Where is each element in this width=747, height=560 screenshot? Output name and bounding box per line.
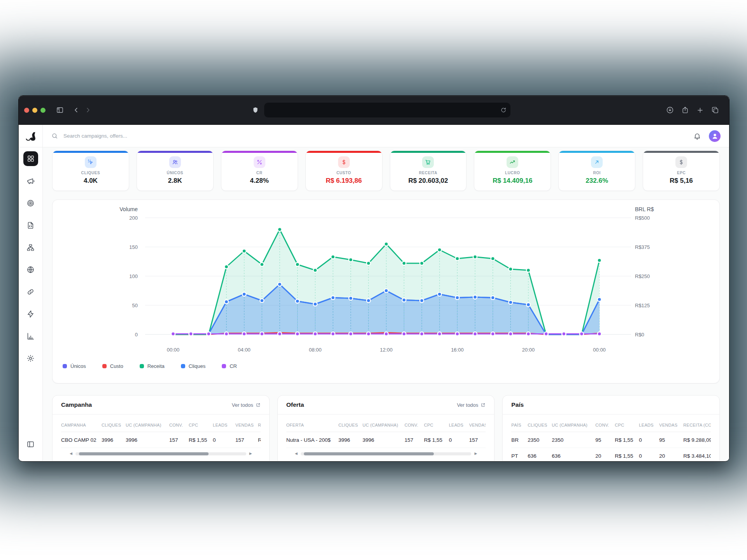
svg-text:00:00: 00:00 <box>167 347 180 353</box>
kpi-label: ÚNICOS <box>167 171 184 175</box>
kpi-value: 2.8K <box>168 177 182 185</box>
legend-item-cliques[interactable]: Cliques <box>181 363 205 369</box>
sidebar-item-dashboard[interactable] <box>23 151 38 166</box>
sitemap-icon <box>26 243 35 252</box>
kpi-label: EPC <box>677 171 686 175</box>
main-content: CLIQUES 4.0K ÚNICOS 2.8K CR 4.28% CUSTO … <box>43 147 729 461</box>
scrollbar-track[interactable] <box>301 452 472 455</box>
users-icon <box>172 159 178 165</box>
column-header: R <box>258 423 261 427</box>
legend-item-receita[interactable]: Receita <box>140 363 165 369</box>
search-input[interactable] <box>63 133 267 139</box>
svg-text:200: 200 <box>129 215 138 221</box>
svg-text:R$0: R$0 <box>635 332 644 338</box>
scrollbar-track[interactable] <box>75 452 246 455</box>
chart-legend: Únicos Custo Receita Cliques CR <box>53 363 719 369</box>
svg-text:0: 0 <box>135 332 138 338</box>
legend-item-únicos[interactable]: Únicos <box>63 363 86 369</box>
table-body: CAMPANHACLIQUESUC (CAMPANHA)CONV.CPCLEAD… <box>53 415 269 455</box>
link-icon <box>26 288 35 296</box>
close-button[interactable] <box>24 108 29 113</box>
shield-icon[interactable] <box>249 104 261 116</box>
svg-text:150: 150 <box>129 244 138 250</box>
scroll-right-arrow[interactable]: ▶ <box>474 452 477 455</box>
kpi-icon-chip <box>422 156 434 168</box>
horizontal-scrollbar[interactable]: ◀ ▶ <box>70 452 252 455</box>
column-header: CPC <box>615 423 639 427</box>
table-card-header: Campanha Ver todos <box>53 396 269 415</box>
forward-button[interactable] <box>82 104 94 116</box>
table-cell: 157 <box>405 437 424 443</box>
ver-todos-link[interactable]: Ver todos <box>457 402 486 408</box>
column-header: CLIQUES <box>528 423 552 427</box>
scroll-left-arrow[interactable]: ◀ <box>295 452 298 455</box>
downloads-button[interactable] <box>666 106 674 114</box>
scrollbar-thumb[interactable] <box>304 452 434 455</box>
kpi-card-lucro: LUCRO R$ 14.409,16 <box>474 150 551 191</box>
scroll-left-arrow[interactable]: ◀ <box>70 452 72 455</box>
sidebar-toggle-button[interactable] <box>54 104 66 116</box>
table-row: CBO CAMP 0239963996157R$ 1,550157R <box>61 432 261 448</box>
sidebar-item-automations[interactable] <box>23 306 38 321</box>
sidebar-item-links[interactable] <box>23 284 38 299</box>
table-cell: 3996 <box>363 437 405 443</box>
sidebar-item-landing-pages[interactable] <box>23 218 38 233</box>
kpi-icon-chip <box>85 156 96 168</box>
kpi-value: 232.6% <box>586 177 608 185</box>
legend-item-cr[interactable]: CR <box>222 363 237 369</box>
share-icon <box>681 106 689 114</box>
legend-label: Receita <box>147 363 165 369</box>
ver-todos-link[interactable]: Ver todos <box>232 402 261 408</box>
table-body: OFERTACLIQUESUC (CAMPANHA)CONV.CPCLEADSV… <box>278 415 494 455</box>
sidebar-item-offers[interactable] <box>23 196 38 210</box>
sidebar-item-campaigns[interactable] <box>23 173 38 188</box>
reload-icon[interactable] <box>500 107 507 113</box>
kpi-value: R$ 6.193,86 <box>326 177 362 185</box>
svg-text:R$250: R$250 <box>635 273 650 279</box>
tab-overview-button[interactable] <box>711 106 719 114</box>
table-cell: 157 <box>469 437 486 443</box>
bar-chart-icon <box>26 332 35 340</box>
chevron-right-icon <box>84 107 91 114</box>
zoom-button[interactable] <box>40 108 46 113</box>
dashboard-grid-icon <box>27 155 35 163</box>
kpi-card-custo: CUSTO R$ 6.193,86 <box>305 150 382 191</box>
external-link-icon <box>256 402 261 408</box>
table-card-oferta: Oferta Ver todos OFERTACLIQUESUC (CAMPAN… <box>277 395 495 461</box>
sidebar-item-collapse[interactable] <box>23 437 38 452</box>
column-header: UC (CAMPANHA) <box>126 423 169 427</box>
app-root: CLIQUES 4.0K ÚNICOS 2.8K CR 4.28% CUSTO … <box>19 125 729 461</box>
scroll-right-arrow[interactable]: ▶ <box>249 452 252 455</box>
url-bar[interactable] <box>264 103 510 117</box>
table-cell: R <box>258 437 261 443</box>
sidebar-item-settings[interactable] <box>23 351 38 366</box>
minimize-button[interactable] <box>32 108 37 113</box>
sidebar-item-flows[interactable] <box>23 240 38 255</box>
table-cell: 3996 <box>126 437 169 443</box>
table-cell: 95 <box>595 437 615 443</box>
app-logo[interactable] <box>19 125 43 147</box>
legend-swatch <box>181 364 185 368</box>
kpi-value: R$ 20.603,02 <box>408 177 448 185</box>
sidebar-item-domains[interactable] <box>23 262 38 277</box>
back-button[interactable] <box>70 104 82 116</box>
app-header <box>43 125 729 147</box>
legend-item-custo[interactable]: Custo <box>102 363 123 369</box>
svg-text:R$500: R$500 <box>635 215 650 221</box>
sidebar-item-reports[interactable] <box>23 329 38 343</box>
column-header: PAÍS <box>511 423 528 427</box>
bell-icon[interactable] <box>693 132 701 140</box>
avatar[interactable] <box>709 130 721 142</box>
svg-text:R$125: R$125 <box>635 303 650 308</box>
horizontal-scrollbar[interactable]: ◀ ▶ <box>295 452 477 455</box>
legend-swatch <box>63 364 67 368</box>
traffic-chart-card: 0R$050R$125100R$250150R$375200R$500Volum… <box>52 200 720 383</box>
scrollbar-thumb[interactable] <box>79 452 209 455</box>
table-cell: 95 <box>659 437 683 443</box>
table-card-header: Oferta Ver todos <box>278 396 494 415</box>
kpi-value: R$ 5,16 <box>670 177 693 185</box>
kpi-value: R$ 14.409,16 <box>493 177 532 185</box>
new-tab-button[interactable] <box>696 107 704 114</box>
svg-text:50: 50 <box>132 303 138 308</box>
share-button[interactable] <box>681 106 689 114</box>
